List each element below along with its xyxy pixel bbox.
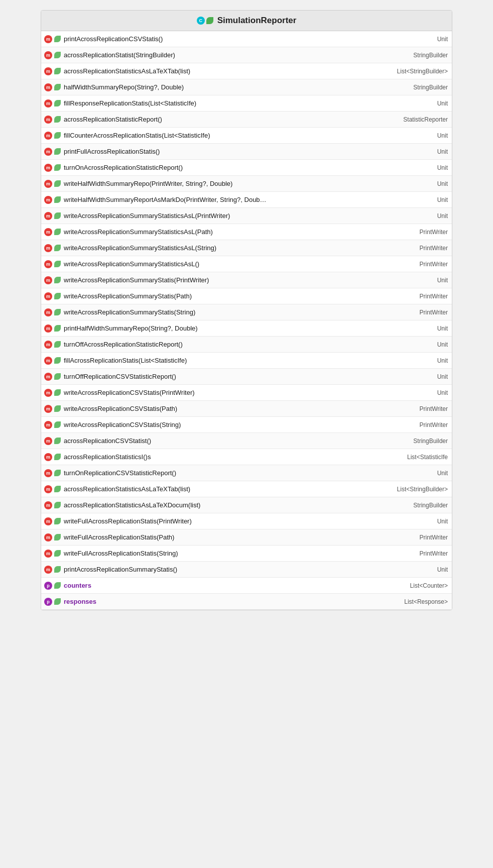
leaf-decorator [54,132,61,139]
item-return-type: List<StringBuilder> [397,486,448,493]
list-item[interactable]: mwriteAcrossReplicationSummaryStatis(Str… [41,304,452,320]
item-return-type: PrintWriter [420,261,448,268]
item-name: printAcrossReplicationCSVStatis() [64,35,433,43]
list-item[interactable]: mprintFullAcrossReplicationStatis()Unit [41,144,452,160]
list-item[interactable]: mwriteAcrossReplicationSummaryStatis(Pri… [41,272,452,288]
leaf-decorator [54,454,61,460]
list-item[interactable]: mwriteAcrossReplicationSummaryStatistics… [41,256,452,272]
leaf-decorator [54,566,61,573]
item-return-type: Unit [437,341,448,348]
method-badge: m [44,180,52,188]
method-badge: m [44,116,52,124]
item-name: writeAcrossReplicationCSVStatis(PrintWri… [64,389,433,396]
list-item[interactable]: mprintAcrossReplicationCSVStatis()Unit [41,31,452,47]
item-return-type: Unit [437,389,448,396]
item-return-type: PrintWriter [420,405,448,412]
list-item[interactable]: mwriteFullAcrossReplicationStatis(Path)P… [41,529,452,546]
leaf-decorator [54,502,61,508]
leaf-decorator [54,325,61,332]
list-item[interactable]: mprintHalfWidthSummaryRepo(String?, Doub… [41,320,452,337]
method-badge: m [44,276,52,284]
item-return-type: PrintWriter [420,421,448,428]
leaf-decorator [54,180,61,187]
list-item[interactable]: mwriteAcrossReplicationSummaryStatis(Pat… [41,288,452,304]
item-return-type: Unit [437,164,448,171]
leaf-decorator [54,373,61,380]
list-item[interactable]: mwriteAcrossReplicationSummaryStatistics… [41,240,452,256]
item-return-type: Unit [437,357,448,364]
list-item[interactable]: mturnOffReplicationCSVStatisticReport()U… [41,369,452,385]
method-badge: m [44,517,52,525]
list-item[interactable]: presponsesList<Response> [41,594,452,610]
list-item[interactable]: macrossReplicationStatist(StringBuilder)… [41,47,452,63]
header-icon: C [197,17,213,25]
list-item[interactable]: macrossReplicationCSVStatist()StringBuil… [41,433,452,449]
item-name: acrossReplicationStatisticsAsLaTeXTab(li… [64,485,393,493]
list-item[interactable]: mturnOffAcrossReplicationStatisticReport… [41,337,452,353]
list-item[interactable]: mwriteAcrossReplicationSummaryStatistics… [41,224,452,240]
item-return-type: Unit [437,196,448,203]
list-item[interactable]: mwriteFullAcrossReplicationStatis(PrintW… [41,513,452,529]
leaf-decorator [54,582,61,589]
leaf-decorator [54,438,61,444]
leaf-decorator [54,164,61,171]
list-item[interactable]: macrossReplicationStatisticsAsLaTeXTab(l… [41,481,452,497]
item-return-type: Unit [437,566,448,573]
method-badge: m [44,501,52,509]
list-item[interactable]: mwriteAcrossReplicationCSVStatis(Path)Pr… [41,401,452,417]
method-badge: m [44,228,52,236]
method-badge: m [44,469,52,477]
item-return-type: Unit [437,518,448,525]
list-item[interactable]: mwriteHalfWidthSummaryReportAsMarkDo(Pri… [41,192,452,208]
list-item[interactable]: mturnOnAcrossReplicationStatisticReport(… [41,160,452,176]
list-item[interactable]: mwriteHalfWidthSummaryRepo(PrintWriter, … [41,176,452,192]
list-item[interactable]: mwriteAcrossReplicationSummaryStatistics… [41,208,452,224]
item-return-type: PrintWriter [420,550,448,557]
item-return-type: Unit [437,148,448,155]
list-item[interactable]: pcountersList<Counter> [41,578,452,594]
leaf-decorator [54,52,61,58]
list-item[interactable]: macrossReplicationStatisticsAsLaTeXTab(l… [41,63,452,79]
list-item[interactable]: macrossReplicationStatisticsAsLaTeXDocum… [41,497,452,513]
item-name: acrossReplicationStatisticReport() [64,116,399,123]
list-item[interactable]: mfillCounterAcrossReplicationStatis(List… [41,128,452,144]
method-badge: m [44,35,52,43]
item-name: writeFullAcrossReplicationStatis(Path) [64,533,416,541]
method-badge: m [44,453,52,461]
list-item[interactable]: mfillResponseReplicationStatis(List<Stat… [41,95,452,112]
method-badge: m [44,244,52,252]
method-badge: m [44,164,52,172]
list-item[interactable]: mhalfWidthSummaryRepo(String?, Double)St… [41,79,452,95]
item-name: fillResponseReplicationStatis(List<Stati… [64,99,433,107]
leaf-icon [206,17,213,24]
list-item[interactable]: mwriteAcrossReplicationCSVStatis(PrintWr… [41,385,452,401]
leaf-decorator [54,293,61,299]
item-return-type: Unit [437,325,448,332]
leaf-decorator [54,486,61,492]
list-item[interactable]: mfillAcrossReplicationStatis(List<Statis… [41,353,452,369]
item-name: acrossReplicationStatisticsAsLaTeXTab(li… [64,67,393,75]
list-item[interactable]: mturnOnReplicationCSVStatisticReport()Un… [41,465,452,481]
item-return-type: StringBuilder [413,52,448,59]
item-name: printFullAcrossReplicationStatis() [64,148,433,155]
list-item[interactable]: mprintAcrossReplicationSummaryStatis()Un… [41,562,452,578]
leaf-decorator [54,277,61,283]
list-item[interactable]: mwriteAcrossReplicationCSVStatis(String)… [41,417,452,433]
list-item[interactable]: macrossReplicationStatisticsI()sList<Sta… [41,449,452,465]
leaf-decorator [54,550,61,557]
method-badge: m [44,341,52,349]
item-return-type: List<Response> [404,598,448,605]
method-badge: m [44,405,52,413]
list-item[interactable]: macrossReplicationStatisticReport()Stati… [41,112,452,128]
leaf-decorator [54,245,61,251]
method-badge: m [44,148,52,156]
method-badge: m [44,83,52,91]
list-item[interactable]: mwriteFullAcrossReplicationStatis(String… [41,546,452,562]
method-badge: m [44,357,52,365]
item-name: writeHalfWidthSummaryRepo(PrintWriter, S… [64,180,433,187]
method-badge: m [44,324,52,333]
method-badge: m [44,51,52,59]
item-return-type: List<StatisticIfe [407,454,448,461]
class-icon: C [197,17,205,25]
leaf-decorator [54,518,61,524]
